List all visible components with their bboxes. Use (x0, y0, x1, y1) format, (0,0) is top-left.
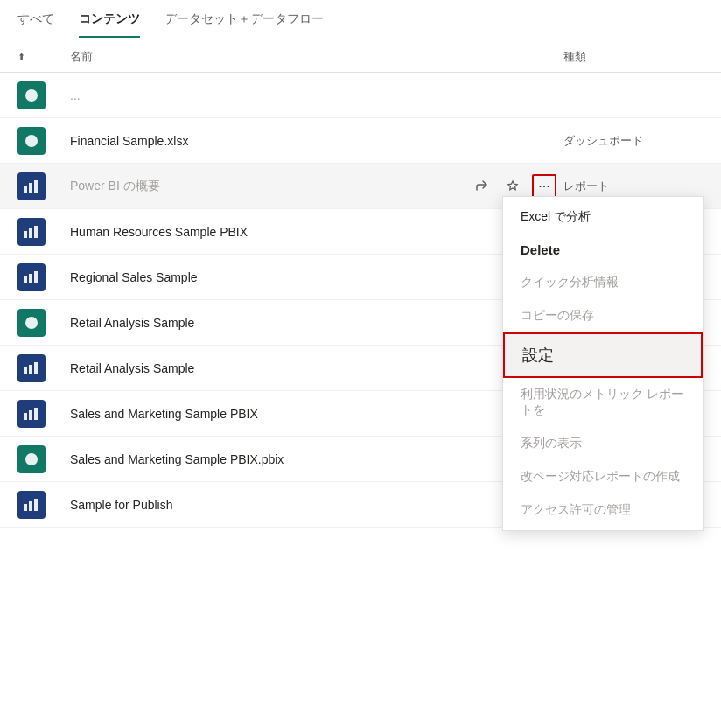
svg-rect-6 (29, 228, 32, 238)
svg-point-0 (25, 89, 38, 102)
menu-item-settings[interactable]: 設定 (503, 332, 703, 378)
row-name-powerbi: Power BI の概要 (70, 178, 469, 194)
svg-rect-8 (24, 276, 27, 284)
menu-item-create-paginated[interactable]: 改ページ対応レポートの作成 (503, 460, 703, 494)
svg-rect-10 (34, 271, 38, 284)
tabs-bar: すべて コンテンツ データセット＋データフロー (0, 0, 721, 38)
svg-point-18 (25, 453, 38, 466)
svg-rect-14 (34, 362, 38, 374)
row-type-powerbi: レポート (564, 178, 704, 194)
tab-content[interactable]: コンテンツ (79, 0, 140, 38)
row-name-sample: Sample for Publish (70, 498, 564, 512)
svg-rect-20 (29, 501, 32, 511)
row-actions-powerbi: ··· (469, 174, 556, 199)
svg-point-11 (25, 317, 38, 329)
svg-rect-4 (34, 180, 38, 192)
row-name-sales1: Sales and Marketing Sample PBIX (70, 407, 564, 421)
svg-point-1 (25, 135, 38, 147)
header-icon-sort[interactable]: ⬆ (18, 52, 25, 63)
menu-item-quick-insights[interactable]: クイック分析情報 (503, 266, 703, 299)
svg-rect-3 (29, 183, 32, 192)
svg-rect-7 (34, 226, 38, 238)
row-icon-teal (18, 127, 46, 155)
menu-item-manage-access[interactable]: アクセス許可の管理 (503, 494, 703, 527)
svg-rect-5 (24, 231, 27, 238)
share-button[interactable] (469, 174, 494, 199)
row-icon-blue (18, 218, 46, 246)
row-icon-blue (18, 354, 46, 382)
ellipsis-icon: ··· (538, 178, 550, 194)
context-menu: Excel で分析 Delete クイック分析情報 コピーの保存 設定 利用状況… (502, 196, 704, 531)
row-icon-teal (18, 309, 46, 337)
table-row[interactable]: ... (0, 73, 721, 118)
header-type[interactable]: 種類 (564, 49, 704, 65)
tab-datasets[interactable]: データセット＋データフロー (164, 0, 324, 38)
content-area: ⬆ 名前 種類 ... Financial Sample.xlsx ダッシュボー… (0, 38, 721, 528)
svg-rect-17 (34, 408, 38, 420)
row-name-truncated: ... (70, 88, 564, 102)
row-icon-blue (18, 491, 46, 519)
svg-rect-13 (29, 365, 32, 374)
tab-all[interactable]: すべて (18, 0, 54, 38)
row-icon-blue (18, 172, 46, 200)
row-icon-blue (18, 263, 46, 291)
row-name-hr: Human Resources Sample PBIX (70, 225, 564, 239)
menu-item-delete[interactable]: Delete (503, 234, 703, 266)
svg-rect-12 (24, 368, 27, 374)
svg-rect-15 (24, 413, 27, 420)
svg-rect-21 (34, 499, 38, 511)
favorite-button[interactable] (500, 174, 525, 199)
row-name-regional: Regional Sales Sample (70, 270, 564, 284)
row-name-retail1: Retail Analysis Sample (70, 316, 564, 330)
menu-item-usage-metrics[interactable]: 利用状況のメトリック レポートを (503, 378, 703, 427)
row-name-sales2: Sales and Marketing Sample PBIX.pbix (70, 452, 564, 466)
row-icon-teal (18, 81, 46, 109)
row-name-financial: Financial Sample.xlsx (70, 134, 564, 148)
menu-item-show-lineage[interactable]: 系列の表示 (503, 427, 703, 460)
table-row[interactable]: Financial Sample.xlsx ダッシュボード (0, 118, 721, 164)
more-options-button[interactable]: ··· (532, 174, 556, 199)
svg-rect-2 (24, 186, 27, 192)
svg-rect-16 (29, 410, 32, 420)
row-icon-blue (18, 400, 46, 428)
header-name[interactable]: 名前 (70, 49, 564, 65)
row-icon-teal (18, 445, 46, 473)
svg-rect-9 (29, 274, 32, 284)
table-header: ⬆ 名前 種類 (0, 38, 721, 73)
menu-item-save-copy[interactable]: コピーの保存 (503, 299, 703, 332)
menu-item-excel-analyze[interactable]: Excel で分析 (503, 200, 703, 234)
row-type-financial: ダッシュボード (564, 133, 704, 149)
svg-rect-19 (24, 504, 27, 511)
row-name-retail2: Retail Analysis Sample (70, 361, 564, 375)
